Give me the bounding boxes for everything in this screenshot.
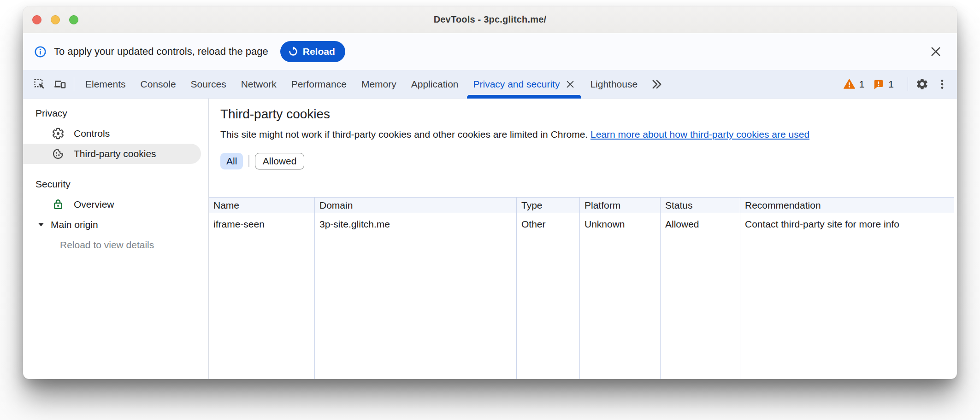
- toolbar-divider: [74, 77, 74, 91]
- tab-performance[interactable]: Performance: [284, 70, 354, 99]
- privacy-security-sidebar: Privacy Controls Third-party cookies: [23, 99, 208, 379]
- devtools-toolbar: Elements Console Sources Network Perform…: [23, 70, 957, 99]
- table-cell[interactable]: Allowed: [661, 213, 740, 230]
- column-header[interactable]: Recommendation: [740, 198, 954, 213]
- warning-triangle-icon: [843, 78, 856, 90]
- active-tab-underline: [467, 95, 581, 99]
- warnings-badge[interactable]: 1 1: [843, 78, 898, 90]
- panel-description: This site might not work if third-party …: [220, 129, 957, 140]
- column-type: Type Other: [517, 198, 580, 379]
- more-tabs-button[interactable]: [647, 73, 667, 95]
- sidebar-item-controls[interactable]: Controls: [23, 123, 208, 144]
- column-header[interactable]: Type: [517, 198, 579, 213]
- table-cell[interactable]: Unknown: [580, 213, 660, 230]
- customize-devtools-button[interactable]: [932, 73, 952, 95]
- sidebar-item-label: Main origin: [51, 219, 98, 230]
- tab-network[interactable]: Network: [234, 70, 284, 99]
- reload-button[interactable]: Reload: [280, 41, 345, 62]
- sidebar-item-label: Overview: [74, 199, 114, 210]
- sidebar-item-label: Third-party cookies: [74, 148, 156, 159]
- page-title: Third-party cookies: [220, 107, 957, 122]
- tab-elements[interactable]: Elements: [78, 70, 133, 99]
- sidebar-item-label: Controls: [74, 128, 110, 139]
- table-cell[interactable]: 3p-site.glitch.me: [315, 213, 516, 230]
- sidebar-item-overview[interactable]: Overview: [23, 194, 208, 215]
- column-header[interactable]: Domain: [315, 198, 516, 213]
- filter-chip-all[interactable]: All: [220, 153, 243, 169]
- lock-icon: [52, 198, 65, 211]
- settings-button[interactable]: [912, 73, 932, 95]
- warning-count: 1: [859, 79, 865, 90]
- tab-privacy-and-security[interactable]: Privacy and security: [466, 70, 583, 99]
- column-header[interactable]: Name: [209, 198, 314, 213]
- reload-to-view-details-hint: Reload to view details: [23, 235, 208, 255]
- sidebar-item-third-party-cookies[interactable]: Third-party cookies: [23, 144, 201, 164]
- device-toolbar-icon: [53, 78, 66, 91]
- tab-sources[interactable]: Sources: [183, 70, 234, 99]
- kebab-menu-icon: [936, 78, 948, 90]
- infobar-message: To apply your updated controls, reload t…: [54, 46, 268, 58]
- toolbar-divider: [908, 77, 908, 91]
- cookie-icon: [52, 147, 65, 160]
- device-toolbar-button[interactable]: [50, 73, 70, 95]
- tab-application[interactable]: Application: [404, 70, 466, 99]
- close-infobar-button[interactable]: [927, 43, 944, 60]
- tab-console[interactable]: Console: [133, 70, 183, 99]
- close-tab-icon[interactable]: [565, 79, 575, 89]
- table-cell[interactable]: iframe-seen: [209, 213, 314, 230]
- sidebar-section-security: Security: [23, 174, 208, 194]
- close-icon: [929, 45, 942, 58]
- learn-more-link[interactable]: Learn more about how third-party cookies…: [590, 129, 809, 140]
- inspect-element-button[interactable]: [30, 73, 50, 95]
- reload-icon: [288, 46, 299, 57]
- column-recommendation: Recommendation Contact third-party site …: [740, 198, 954, 379]
- reload-button-label: Reload: [303, 46, 335, 57]
- gear-icon: [915, 77, 929, 91]
- sidebar-item-main-origin[interactable]: Main origin: [23, 215, 208, 235]
- column-name: Name iframe-seen: [209, 198, 315, 379]
- third-party-cookies-panel: Third-party cookies This site might not …: [209, 99, 957, 379]
- table-cell[interactable]: Contact third-party site for more info: [740, 213, 954, 230]
- window-title: DevTools - 3pc.glitch.me/: [23, 14, 957, 25]
- inspect-icon: [33, 78, 46, 91]
- chevron-down-icon[interactable]: [37, 221, 45, 229]
- issue-count: 1: [888, 79, 894, 90]
- window-titlebar: DevTools - 3pc.glitch.me/: [23, 6, 957, 33]
- status-filter-group: All Allowed: [220, 153, 957, 169]
- info-icon: [34, 46, 47, 58]
- chip-divider: [248, 155, 249, 167]
- filter-chip-allowed[interactable]: Allowed: [255, 153, 305, 169]
- column-header[interactable]: Platform: [580, 198, 660, 213]
- column-header[interactable]: Status: [661, 198, 740, 213]
- devtools-window: DevTools - 3pc.glitch.me/ To apply your …: [23, 6, 957, 379]
- column-platform: Platform Unknown: [580, 198, 661, 379]
- table-cell[interactable]: Other: [517, 213, 579, 230]
- sidebar-section-privacy: Privacy: [23, 103, 208, 123]
- desktop-background: DevTools - 3pc.glitch.me/ To apply your …: [0, 0, 980, 420]
- reload-infobar: To apply your updated controls, reload t…: [23, 33, 957, 70]
- tab-lighthouse[interactable]: Lighthouse: [583, 70, 645, 99]
- gear-icon: [52, 127, 65, 140]
- more-tabs-icon: [650, 78, 663, 91]
- column-domain: Domain 3p-site.glitch.me: [315, 198, 517, 379]
- tab-memory[interactable]: Memory: [354, 70, 404, 99]
- issue-icon: [873, 78, 885, 90]
- cookies-table: Name iframe-seen Domain 3p-site.glitch.m…: [209, 197, 954, 379]
- column-status: Status Allowed: [661, 198, 740, 379]
